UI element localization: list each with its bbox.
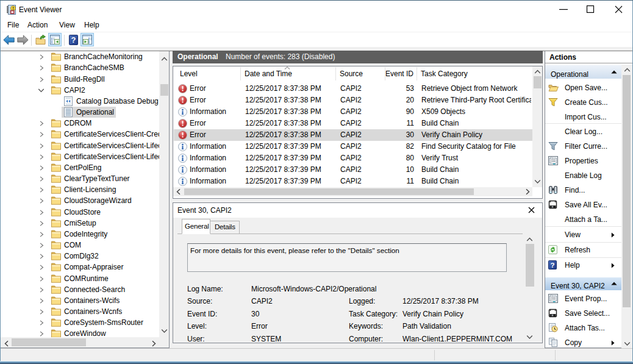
svg-text:?: ? bbox=[550, 262, 554, 269]
svg-text:?: ? bbox=[71, 35, 76, 45]
